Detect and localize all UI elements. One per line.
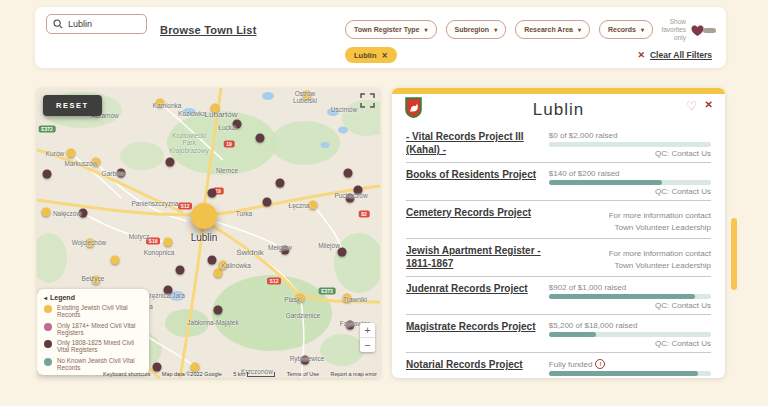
town-marker[interactable]: [343, 294, 352, 303]
search-icon: [53, 19, 63, 29]
legend-dot: [44, 323, 52, 331]
filter-chip-lublin[interactable]: Lublin ✕: [345, 47, 397, 63]
chevron-down-icon: ▾: [578, 26, 581, 33]
keyboard-shortcuts-link[interactable]: Keyboard shortcuts: [103, 371, 150, 377]
project-link[interactable]: Cemetery Records Project: [406, 206, 549, 219]
filter-bar: Lublin Browse Town List Town Register Ty…: [35, 7, 726, 68]
legend-collapse-icon[interactable]: ◂: [44, 294, 47, 301]
town-marker[interactable]: [344, 169, 353, 178]
town-marker[interactable]: [43, 170, 52, 179]
pill-label: Subregion: [455, 26, 490, 33]
panel-header: Lublin ♡ ✕: [392, 94, 725, 125]
project-status: $5,200 of $18,000 raisedQC: Contact Us: [549, 320, 711, 348]
legend-title: Legend: [50, 294, 75, 301]
town-marker[interactable]: [111, 256, 120, 265]
terms-link[interactable]: Terms of Use: [287, 371, 319, 377]
town-marker[interactable]: [92, 158, 101, 167]
town-marker[interactable]: [208, 256, 217, 265]
town-marker[interactable]: [303, 91, 312, 100]
project-row: Notarial Records ProjectFully funded!QC:…: [406, 353, 711, 378]
browse-town-list-link[interactable]: Browse Town List: [160, 24, 257, 36]
qc-contact-link[interactable]: QC: Contact Us: [549, 187, 711, 196]
map-attribution: Keyboard shortcuts Map data ©2022 Google…: [103, 371, 377, 377]
chevron-down-icon: ▾: [494, 26, 497, 33]
project-link[interactable]: Notarial Records Project: [406, 358, 549, 371]
town-marker[interactable]: [281, 246, 290, 255]
project-link[interactable]: Magistrate Records Project: [406, 320, 549, 333]
pill-label: Records: [608, 26, 636, 33]
project-link[interactable]: Books of Residents Project: [406, 168, 549, 181]
town-marker[interactable]: [67, 149, 76, 158]
qc-contact-link[interactable]: QC: Contact Us: [549, 149, 711, 158]
town-marker[interactable]: [296, 294, 305, 303]
town-marker[interactable]: [219, 261, 228, 270]
town-marker[interactable]: [42, 208, 51, 217]
qc-contact-link[interactable]: QC: Contact Us: [549, 339, 711, 348]
town-marker[interactable]: [176, 266, 185, 275]
project-status: Fully funded!QC: Contact Us: [549, 358, 711, 378]
project-link[interactable]: Judenrat Records Project: [406, 282, 549, 295]
town-marker[interactable]: [156, 99, 165, 108]
legend-label: Only 1874+ Mixed Civil Vital Registers: [57, 322, 142, 336]
town-marker[interactable]: [354, 186, 363, 195]
town-marker[interactable]: [86, 239, 95, 248]
report-error-link[interactable]: Report a map error: [330, 371, 376, 377]
favorites-toggle[interactable]: [690, 24, 716, 37]
filter-pill-subregion[interactable]: Subregion▾: [446, 20, 507, 39]
town-marker[interactable]: [214, 269, 223, 278]
project-info-line: Town Volunteer Leadership: [549, 260, 711, 272]
legend-dot: [44, 305, 52, 313]
filter-pill-records[interactable]: Records▾: [599, 20, 653, 39]
lublin-cluster-marker[interactable]: [191, 203, 217, 229]
project-link[interactable]: Jewish Apartment Register - 1811-1867: [406, 244, 549, 270]
search-input[interactable]: Lublin: [46, 14, 147, 34]
town-marker[interactable]: [164, 286, 173, 295]
project-row: - Vital Records Project III (Kahal) -$0 …: [406, 125, 711, 163]
progress-bar: [549, 142, 711, 147]
legend-item: Existing Jewish Civil Vital Records: [44, 304, 142, 318]
town-marker[interactable]: [301, 356, 310, 365]
chip-close-icon[interactable]: ✕: [382, 51, 388, 60]
town-marker[interactable]: [164, 238, 173, 247]
zoom-in-button[interactable]: +: [360, 323, 375, 337]
clear-all-label: Clear All Filters: [650, 50, 712, 60]
favorite-heart-icon[interactable]: ♡: [686, 99, 697, 113]
town-marker[interactable]: [79, 209, 88, 218]
map[interactable]: E3721919S12S1982S12E373 AbramówKamionkaK…: [37, 88, 380, 378]
zoom-out-button[interactable]: −: [360, 338, 375, 352]
panel-close-icon[interactable]: ✕: [705, 99, 713, 110]
progress-fill: [549, 294, 695, 299]
town-marker[interactable]: [166, 158, 175, 167]
town-marker[interactable]: [117, 169, 126, 178]
clear-x-icon: ✕: [637, 50, 645, 60]
fullscreen-icon[interactable]: [360, 93, 375, 108]
project-status: For more information contactTown Volunte…: [549, 244, 711, 272]
town-marker[interactable]: [208, 189, 217, 198]
progress-fill: [549, 180, 663, 185]
town-marker[interactable]: [346, 194, 355, 203]
town-marker[interactable]: [309, 201, 318, 210]
filter-pill-town-register-type[interactable]: Town Register Type▾: [345, 20, 437, 39]
progress-fill: [549, 332, 596, 337]
town-marker[interactable]: [214, 306, 223, 315]
town-marker[interactable]: [233, 120, 242, 129]
town-marker[interactable]: [256, 134, 265, 143]
project-amount: $0 of $2,000 raised: [549, 131, 711, 140]
qc-contact-link[interactable]: QC: Contact Us: [549, 301, 711, 310]
town-marker[interactable]: [92, 276, 101, 285]
town-marker[interactable]: [338, 248, 347, 257]
town-marker[interactable]: [346, 321, 355, 330]
clear-all-filters[interactable]: ✕ Clear All Filters: [637, 50, 712, 60]
page-scrollbar[interactable]: [731, 218, 737, 290]
filter-pill-research-area[interactable]: Research Area▾: [515, 20, 590, 39]
town-marker[interactable]: [276, 179, 285, 188]
map-reset-button[interactable]: RESET: [43, 95, 102, 116]
show-favorites-label: Show favorites only: [661, 18, 686, 42]
town-marker[interactable]: [211, 104, 220, 113]
progress-bar: [549, 180, 711, 185]
legend-item: Only 1874+ Mixed Civil Vital Registers: [44, 322, 142, 336]
town-panel: Lublin ♡ ✕ - Vital Records Project III (…: [392, 88, 725, 378]
town-marker[interactable]: [263, 198, 272, 207]
project-link[interactable]: - Vital Records Project III (Kahal) -: [406, 130, 549, 156]
legend-dot: [44, 340, 52, 348]
